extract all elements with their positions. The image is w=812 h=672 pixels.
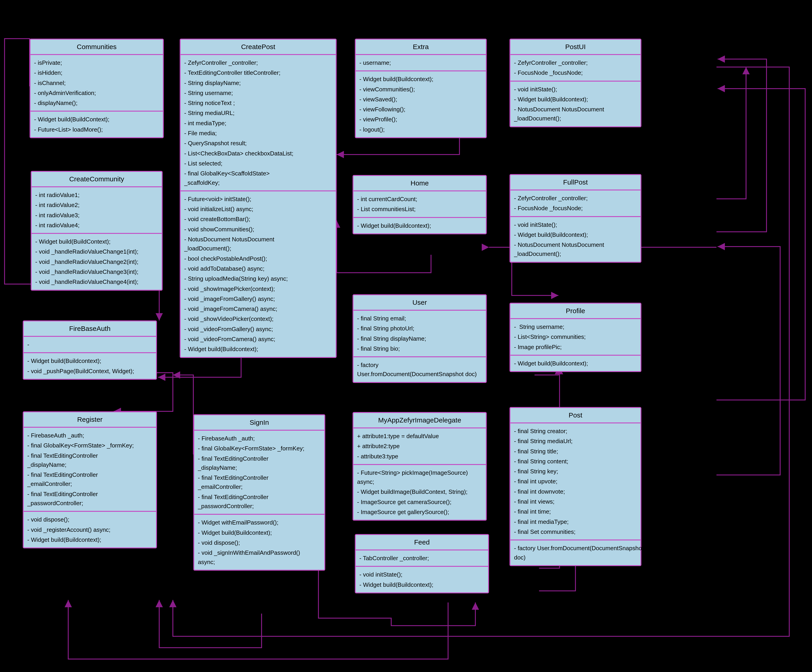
attribute-line: - final GlobalKey<ScaffoldState> _scaffo… — [184, 168, 332, 188]
attributes-section: - ZefyrController _controller;- FocusNod… — [510, 191, 640, 217]
operation-line: - Widget build(Buildcontext); — [359, 74, 482, 84]
class-box-home[interactable]: Home- int currentCardCount;- List commun… — [353, 175, 487, 234]
operations-section: - Widget withEmailPassword();- Widget bu… — [194, 515, 324, 570]
attribute-line: - String username; — [184, 88, 332, 98]
attribute-line: - onlyAdminVerification; — [34, 88, 159, 98]
attribute-line: - final int time; — [514, 507, 637, 517]
class-box-postui[interactable]: PostUI- ZefyrController _controller;- Fo… — [510, 39, 641, 127]
class-box-createcommunity[interactable]: CreateCommunity- int radioValue1;- int r… — [31, 171, 163, 291]
operation-line: - void _handleRadioValueChange1(int); — [35, 247, 158, 257]
class-box-createpost[interactable]: CreatePost- ZefyrController _controller;… — [180, 39, 337, 358]
class-box-firebaseauth[interactable]: FireBaseAuth- - Widget build(Buildcontex… — [23, 320, 157, 380]
operation-line: - void _imageFromCamera() async; — [184, 304, 332, 314]
operation-line: - factory User.fromDocument(DocumentSnap… — [514, 543, 637, 563]
class-title: Profile — [510, 304, 640, 319]
class-box-extra[interactable]: Extra- username;- Widget build(Buildcont… — [355, 39, 487, 138]
operation-line: - NotusDocument NotusDocument _loadDocum… — [184, 234, 332, 253]
attribute-line: - attribute3:type — [357, 451, 482, 461]
operation-line: - Widget build(Buildcontext); — [357, 221, 482, 231]
operation-line: - void _handleRadioValueChange2(int); — [35, 257, 158, 267]
operation-line: - Widget build(Buildcontext); — [184, 344, 332, 354]
attributes-section: - FirebaseAuth _auth;- final GlobalKey<F… — [24, 428, 156, 512]
attribute-line: - ZefyrController _controller; — [184, 58, 332, 68]
operation-line: - void _imageFromGallery() async; — [184, 294, 332, 304]
operations-section: - Widget build(Buildcontext); — [510, 356, 640, 371]
attribute-line: - final TextEditingController _passwordC… — [27, 489, 152, 509]
operation-line: - void _pushPage(BuildContext, Widget); — [27, 366, 152, 376]
attribute-line: - username; — [359, 58, 482, 68]
attribute-line: - List<String> communities; — [514, 332, 637, 342]
operation-line: - viewProfile(); — [359, 114, 482, 124]
attribute-line: - FocusNode _focusNode; — [514, 68, 637, 78]
operation-line: - void initializeList() async; — [184, 204, 332, 214]
attribute-line: - QuerySnapshot result; — [184, 138, 332, 148]
attribute-line: - — [27, 340, 152, 349]
class-title: Feed — [356, 535, 488, 550]
attribute-line: - FirebaseAuth _auth; — [27, 430, 152, 441]
attribute-line: - List communitiesList; — [357, 204, 482, 214]
operation-line: - Future<List> loadMore(); — [34, 124, 159, 134]
operation-line: - String uploadMedia(String key) async; — [184, 274, 332, 284]
operation-line: - ImageSource get cameraSource(); — [357, 497, 482, 507]
operation-line: - Widget build(Buildcontext); — [27, 535, 152, 545]
operation-line: - viewSaved(); — [359, 94, 482, 104]
class-title: SignIn — [194, 415, 324, 430]
operations-section: - factory User.fromDocument(DocumentSnap… — [353, 357, 486, 382]
class-title: Register — [24, 412, 156, 428]
attributes-section: - int radioValue1;- int radioValue2;- in… — [32, 187, 162, 234]
attribute-line: - int mediaType; — [184, 118, 332, 128]
class-box-feed[interactable]: Feed- TabController _controller;- void i… — [355, 534, 489, 594]
operations-section: - Widget build(Buildcontext);- viewCommu… — [356, 71, 486, 137]
class-box-myappzefyrimagedelegate[interactable]: MyAppZefyrImageDelegate+ attribute1:type… — [353, 412, 487, 521]
operations-section: - Widget build(Buildcontext); — [353, 218, 486, 233]
operation-line: - void initState(); — [514, 84, 637, 94]
operations-section: - Future<String> pickImage(ImageSource) … — [353, 465, 486, 520]
attribute-line: - int radioValue2; — [35, 200, 158, 210]
attribute-line: - TextEditingController titleController; — [184, 68, 332, 78]
attribute-line: - TabController _controller; — [359, 553, 484, 563]
operation-line: - Widget withEmailPassword(); — [198, 517, 321, 527]
class-title: User — [353, 295, 486, 311]
operation-line: - void _handleRadioValueChange3(int); — [35, 267, 158, 277]
operations-section: - factory User.fromDocument(DocumentSnap… — [510, 540, 640, 565]
operation-line: - NotusDocument NotusDocument _loadDocum… — [514, 104, 637, 124]
class-title: FireBaseAuth — [24, 322, 156, 337]
operations-section: - Future<void> initState();- void initia… — [181, 191, 336, 357]
attribute-line: - isPrivate; — [34, 58, 159, 68]
attribute-line: - final int downvote; — [514, 487, 637, 497]
attributes-section: - ZefyrController _controller;- TextEdit… — [181, 55, 336, 191]
operation-line: - void dispose(); — [27, 514, 152, 524]
attribute-line: + attribute2:type — [357, 441, 482, 451]
class-box-communities[interactable]: Communities- isPrivate;- isHidden;- isCh… — [29, 39, 164, 138]
attribute-line: - final String photoUrl; — [357, 323, 482, 333]
operation-line: - void createBottomBar(); — [184, 214, 332, 224]
operation-line: - Widget build(Buildcontext); — [359, 580, 484, 590]
class-box-post[interactable]: Post- final String creator;- final Strin… — [510, 407, 641, 566]
attribute-line: - FocusNode _focusNode; — [514, 203, 637, 213]
operations-section: - Widget build(BuildContext);- void _han… — [32, 234, 162, 289]
operation-line: - Widget build(Buildcontext); — [514, 358, 637, 368]
attribute-line: + attribute1:type = defaultValue — [357, 431, 482, 441]
attributes-section: - String username;- List<String> communi… — [510, 319, 640, 356]
class-title: CreatePost — [181, 39, 336, 55]
operation-line: - viewCommunities(); — [359, 84, 482, 94]
class-box-user[interactable]: User- final String email;- final String … — [353, 294, 487, 383]
class-title: Post — [510, 408, 640, 424]
attribute-line: - File media; — [184, 128, 332, 138]
attributes-section: + attribute1:type = defaultValue+ attrib… — [353, 429, 486, 465]
class-box-fullpost[interactable]: FullPost- ZefyrController _controller;- … — [510, 174, 641, 263]
class-box-signin[interactable]: SignIn- FirebaseAuth _auth;- final Globa… — [193, 414, 325, 571]
operation-line: - void addToDatabase() async; — [184, 264, 332, 274]
operation-line: - viewFollowing(); — [359, 104, 482, 114]
operation-line: - Widget build(Buildcontext); — [198, 528, 321, 538]
attribute-line: - final TextEditingController _displayNa… — [27, 451, 152, 470]
attribute-line: - final String creator; — [514, 426, 637, 436]
operation-line: - ImageSource get gallerySource(); — [357, 507, 482, 517]
attribute-line: - final String key; — [514, 466, 637, 476]
operation-line: - Widget build(BuildContext); — [35, 236, 158, 247]
attribute-line: - final TextEditingController _displayNa… — [198, 454, 321, 473]
operation-line: - void _showVideoPicker(context); — [184, 314, 332, 324]
class-box-profile[interactable]: Profile- String username;- List<String> … — [510, 303, 641, 372]
attributes-section: - username; — [356, 55, 486, 71]
class-box-register[interactable]: Register- FirebaseAuth _auth;- final Glo… — [23, 411, 157, 548]
